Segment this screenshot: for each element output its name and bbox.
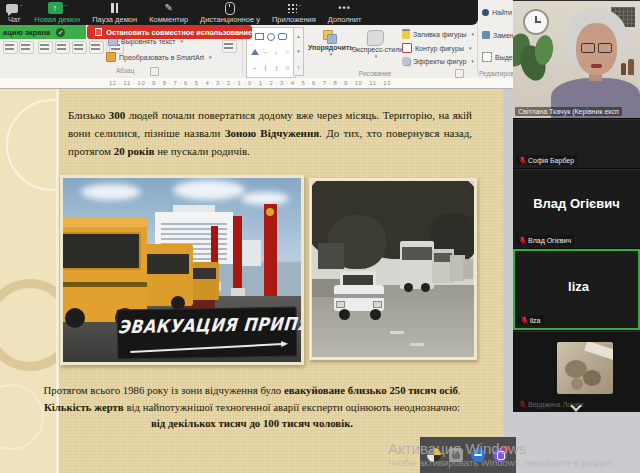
quick-styles-button[interactable]: Экспресс-стили ▾ [352,30,398,59]
photo-convoy-bw[interactable] [309,178,477,360]
wheel-shape [370,309,381,320]
remote-control-button[interactable]: Дистанционное у [194,2,266,24]
ellipse-shape-icon[interactable] [267,33,275,41]
new-share-button[interactable]: ↑ ˆ Новая демон [28,2,86,24]
app-icon-colorwheel[interactable] [427,448,441,462]
app-icon-blue[interactable] [471,448,485,462]
scroll-down-icon[interactable]: ▾ [297,48,300,54]
shapes-gallery[interactable]: → ↓ ○ ~ { } ☆ [246,27,296,78]
glasses-shape [581,43,612,52]
shelf-bottle-shape [621,63,626,75]
screen-share-status-bar: ацию экрана ✓ [0,25,86,39]
apps-button[interactable]: ˆ Приложения [266,2,322,24]
shape-effects-button[interactable]: Эффекты фигур ▾ [402,57,474,65]
arrow-right-shape-icon[interactable]: → [261,48,270,56]
bus-shape [463,259,473,279]
pause-icon [111,3,118,13]
screen: Выровнять текст ▾ Преобразовать в SmartA… [0,0,640,473]
cloud-shape [173,180,245,200]
paragraph-group-label: Абзац [95,67,155,74]
scroll-up-icon[interactable]: ▴ [297,33,300,39]
caption-text: ЭВАКУАЦИЯ ПРИПЯТИ [117,305,298,346]
shapes-gallery-scrollbar[interactable]: ▴ ▾ ▿ [293,27,304,76]
new-share-icon: ↑ [48,2,63,14]
paragraph-dialog-launcher[interactable] [150,67,159,76]
dropdown-caret-icon: ▾ [471,58,474,64]
more-button[interactable]: ••• Дополнит [322,2,368,24]
align-left-button[interactable] [38,41,53,54]
star-shape-icon[interactable]: ☆ [283,64,292,72]
participant-tile-liza-active[interactable]: liza liza [513,249,640,330]
participant-tile-vlad[interactable]: Влад Огієвич Влад Огієвич [513,169,640,248]
triangle-shape-icon[interactable] [251,49,259,55]
more-dots-icon: ••• [338,3,350,13]
wall-clock-shape [523,9,549,35]
dropdown-caret-icon: ▾ [469,45,472,51]
chevron-up-icon[interactable]: ˆ [299,4,301,12]
soviet-emblem-shape [266,208,274,216]
pencil-icon: ✎ [164,2,172,14]
select-icon [482,52,492,62]
viber-app-icon[interactable] [493,448,507,462]
bullet-list-icon[interactable] [3,41,18,54]
align-justify-button[interactable] [89,41,104,54]
slide-paragraph-top[interactable]: Близько 300 людей почали повертатися дод… [68,107,472,160]
rectangle-shape-icon[interactable] [255,33,264,40]
brace-right-shape-icon[interactable]: } [272,64,281,72]
mouse-icon [225,2,235,15]
car-windshield-shape [343,275,373,285]
align-right-button[interactable] [72,41,87,54]
convert-smartart-button[interactable]: Преобразовать в SmartArt ▾ [106,52,211,62]
annotate-button[interactable]: ✎ Комментир [143,2,194,24]
plant-leaf-shape [533,34,555,66]
caption-banner: ЭВАКУАЦИЯ ПРИПЯТИ [117,306,298,359]
shield-check-icon: ✓ [56,28,65,37]
participant-name-label: Влад Огієвич [516,235,574,245]
mic-muted-icon [519,400,526,408]
chat-icon [6,4,18,13]
cloud-shape-icon[interactable]: ○ [283,48,292,56]
slide-canvas[interactable]: Близько 300 людей почали повертатися дод… [0,89,503,473]
mic-muted-icon [519,156,526,164]
stop-share-button[interactable]: Остановить совместное использование [87,25,252,39]
participant-avatar-photo [557,342,613,394]
shape-fill-icon [402,29,410,39]
dropdown-caret-icon: ▾ [354,53,398,59]
chevron-up-icon[interactable]: ˆ [20,4,22,12]
photo-evacuation-buses[interactable]: ЭВАКУАЦИЯ ПРИПЯТИ [60,175,304,365]
participant-tile-sofiia[interactable]: Софія Барбер [513,119,640,168]
brace-left-shape-icon[interactable]: { [261,64,270,72]
arrange-icon [323,30,337,44]
smartart-icon [106,52,116,62]
participant-tile-svitlana[interactable]: Світлана Ткачук (Керівник експ [513,0,640,118]
wheel-shape [339,309,350,320]
shape-fill-button[interactable]: Заливка фигуры ▾ [402,29,474,39]
shape-outline-button[interactable]: Контур фигуры ▾ [402,43,471,53]
participant-name-label: Софія Барбер [516,155,577,165]
pause-share-button[interactable]: Пауза демон [86,2,143,24]
numbered-list-icon[interactable] [19,41,34,54]
arrange-button[interactable]: Упорядочить ▾ [308,30,352,57]
slide-paragraph-bottom[interactable]: Протягом всього 1986 року із зони відчуж… [16,382,488,432]
text-direction-icon[interactable] [222,40,237,53]
quick-styles-icon [367,30,384,46]
cloud-shape [81,184,141,200]
app-icon-gray[interactable] [449,448,463,462]
rounded-rectangle-shape-icon[interactable] [278,33,287,40]
ruler-numbers: 12 · 11 · 10 · 9 · 8 · 7 · 6 · 5 · 4 · 3… [0,78,500,88]
shape-outline-icon [402,43,412,53]
drawing-dialog-launcher[interactable] [455,69,464,78]
align-center-button[interactable] [55,41,70,54]
horizontal-ruler[interactable]: 12 · 11 · 10 · 9 · 8 · 7 · 6 · 5 · 4 · 3… [0,78,519,89]
arrow-down-shape-icon[interactable]: ↓ [272,48,281,56]
chevron-up-icon[interactable]: ˆ [65,4,67,12]
mic-muted-icon [519,236,526,244]
chat-button[interactable]: ˆ Чат [0,2,28,24]
participant-big-name: Влад Огієвич [513,196,640,211]
bottom-text-line1: Протягом всього 1986 року із зони відчуж… [16,382,488,399]
participant-tile-verdzhyna[interactable]: Верджина Лоцюк [513,331,640,412]
find-button[interactable]: Найти [482,9,512,16]
chevron-down-icon[interactable] [571,401,580,410]
curve-shape-icon[interactable]: ~ [250,64,259,72]
road-marking-shape [410,343,424,346]
